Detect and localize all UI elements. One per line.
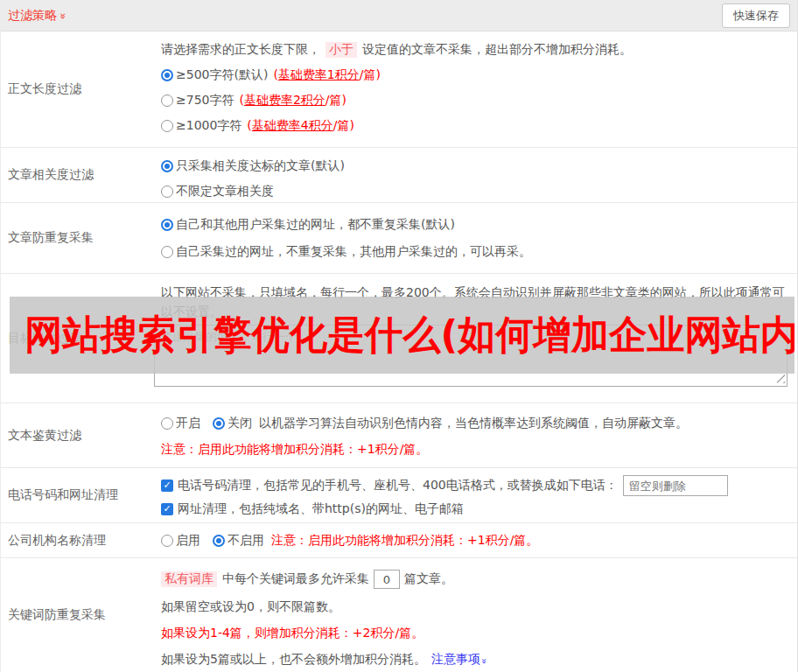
row-label: 文章防重复采集 (1, 203, 161, 273)
row-label: 电话号码和网址清理 (1, 468, 161, 522)
page-title[interactable]: 过滤策略 » (8, 8, 66, 24)
radio-unselected-icon (161, 186, 173, 198)
radio-unselected-icon (161, 535, 173, 547)
keyword-limit-input[interactable] (374, 570, 400, 589)
overlay-banner: 网站搜索引擎优化是什么(如何增加企业网站内 (10, 297, 794, 374)
radio-option-500[interactable]: ≥500字符(默认) (基础费率1积分/篇) (161, 67, 797, 83)
toolbar: 过滤策略 » 快速保存 (1, 0, 797, 32)
radio-option-relevance-any[interactable]: 不限定文章相关度 (161, 184, 797, 200)
row-label: 文章相关度过滤 (1, 148, 161, 202)
radio-selected-icon (213, 535, 225, 547)
double-chevron-down-icon: » (58, 13, 69, 18)
fee-note: (基础费率1积分/篇) (273, 67, 381, 83)
porn-filter-description: 以机器学习算法自动识别色情内容，当色情概率达到系统阈值，自动屏蔽文章。 (259, 416, 688, 431)
row-label: 公司机构名称清理 (1, 523, 161, 557)
radio-unselected-icon (161, 417, 173, 430)
keyword-cost-note: 如果设为1-4篇，则增加积分消耗：+2积分/篇。 (161, 626, 797, 641)
radio-option-dedup-all[interactable]: 自己和其他用户采集过的网址，都不重复采集(默认) (161, 217, 797, 233)
radio-selected-icon (213, 417, 225, 430)
notes-link[interactable]: 注意事项 » (431, 652, 486, 668)
row-keyword-dedup: 关键词防重复采集 私有词库 中每个关键词最多允许采集 篇文章。 如果留空或设为0… (1, 558, 797, 672)
row-porn-filter: 文本鉴黄过滤 开启 关闭 以机器学习算法自动识别色情内容，当色情概率达到系统阈值… (1, 403, 797, 468)
row-company-name-cleanup: 公司机构名称清理 启用 不启用 注意：启用此功能将增加积分消耗：+1积分/篇。 (1, 523, 797, 558)
row-label: 关键词防重复采集 (1, 558, 161, 672)
radio-option-1000[interactable]: ≥1000字符 (基础费率4积分/篇) (161, 118, 797, 134)
row-label: 正文长度过滤 (1, 32, 161, 147)
radio-option-relevance-strict[interactable]: 只采集相关度达标的文章(默认) (161, 158, 797, 174)
radio-selected-icon (161, 160, 173, 172)
length-intro: 请选择需求的正文长度下限， 小于 设定值的文章不采集，超出部分不增加积分消耗。 (161, 42, 797, 58)
row-label: 文本鉴黄过滤 (1, 403, 161, 467)
radio-selected-icon (161, 69, 173, 81)
checkbox-checked-icon (161, 480, 173, 492)
radio-option-company-off[interactable]: 不启用 (213, 533, 264, 549)
radio-option-dedup-self[interactable]: 自己采集过的网址，不重复采集，其他用户采集过的，可以再采。 (161, 244, 797, 260)
textarea-resize-grip-icon[interactable] (776, 374, 785, 383)
row-relevance-filter: 文章相关度过滤 只采集相关度达标的文章(默认) 不限定文章相关度 (1, 148, 797, 203)
keyword-note-five: 如果设为5篇或以上，也不会额外增加积分消耗。 (161, 652, 426, 668)
replacement-phone-input[interactable] (623, 475, 728, 496)
radio-unselected-icon (161, 246, 173, 258)
radio-option-750[interactable]: ≥750字符 (基础费率2积分/篇) (161, 93, 797, 108)
page-title-text: 过滤策略 (8, 8, 57, 24)
radio-option-porn-on[interactable]: 开启 (161, 416, 200, 431)
radio-option-porn-off[interactable]: 关闭 (213, 416, 252, 431)
radio-selected-icon (161, 219, 173, 231)
radio-unselected-icon (161, 120, 173, 132)
checkbox-checked-icon (161, 503, 173, 515)
double-chevron-down-icon: » (480, 658, 489, 662)
private-lexicon-tag: 私有词库 (161, 571, 217, 587)
row-body-length-filter: 正文长度过滤 请选择需求的正文长度下限， 小于 设定值的文章不采集，超出部分不增… (1, 32, 797, 148)
fee-note: (基础费率4积分/篇) (247, 118, 354, 134)
url-cleanup-checkbox[interactable]: 网址清理，包括纯域名、带http(s)的网址、电子邮箱 (161, 501, 797, 517)
company-cleanup-cost-note: 注意：启用此功能将增加积分消耗：+1积分/篇。 (271, 533, 538, 549)
phone-cleanup-checkbox[interactable]: 电话号码清理，包括常见的手机号、座机号、400电话格式，或替换成如下电话： (161, 478, 618, 494)
row-dedup-collection: 文章防重复采集 自己和其他用户采集过的网址，都不重复采集(默认) 自己采集过的网… (1, 203, 797, 274)
fee-note: (基础费率2积分/篇) (239, 93, 346, 108)
keyword-note-zero: 如果留空或设为0，则不限篇数。 (161, 599, 797, 615)
radio-option-company-on[interactable]: 启用 (161, 533, 200, 549)
less-than-tag: 小于 (326, 42, 357, 58)
quick-save-button[interactable]: 快速保存 (722, 4, 790, 28)
porn-filter-cost-note: 注意：启用此功能将增加积分消耗：+1积分/篇。 (161, 442, 797, 458)
radio-unselected-icon (161, 94, 173, 107)
overlay-banner-text: 网站搜索引擎优化是什么(如何增加企业网站内 (10, 309, 794, 361)
row-phone-url-cleanup: 电话号码和网址清理 电话号码清理，包括常见的手机号、座机号、400电话格式，或替… (1, 468, 797, 523)
